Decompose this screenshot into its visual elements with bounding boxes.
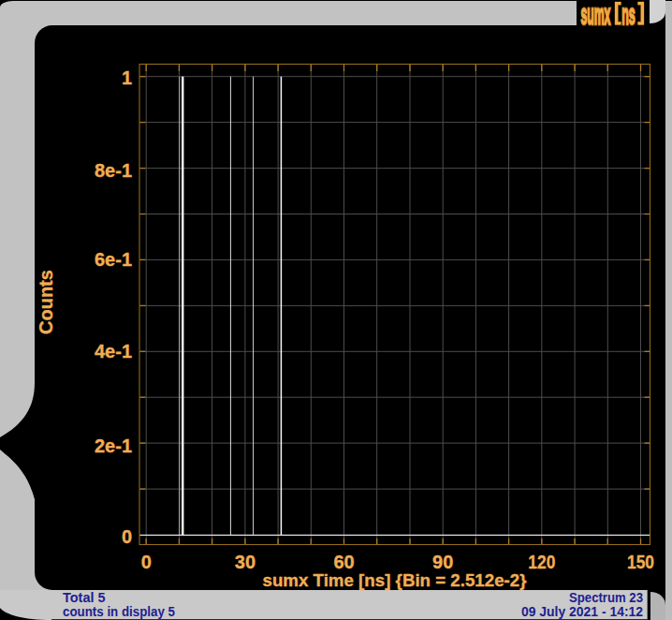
svg-text:Counts: Counts	[36, 270, 56, 334]
svg-text:sumx: sumx	[581, 0, 611, 30]
svg-text:90: 90	[432, 552, 453, 572]
svg-text:09 July 2021 - 14:12: 09 July 2021 - 14:12	[521, 604, 643, 619]
svg-text:sumx Time [ns] {Bin = 2.512e-2: sumx Time [ns] {Bin = 2.512e-2}	[263, 570, 527, 590]
svg-text:150: 150	[627, 552, 654, 572]
svg-text:0: 0	[141, 552, 152, 572]
svg-text:4e-1: 4e-1	[95, 341, 132, 362]
svg-text:60: 60	[333, 552, 354, 572]
svg-text:2e-1: 2e-1	[95, 435, 132, 456]
svg-text:counts in display 5: counts in display 5	[63, 604, 175, 619]
svg-text:6e-1: 6e-1	[95, 249, 132, 270]
svg-text:ns: ns	[621, 0, 635, 30]
svg-text:120: 120	[528, 552, 555, 572]
svg-text:1: 1	[122, 67, 132, 88]
svg-text:0: 0	[122, 526, 132, 547]
svg-text:30: 30	[235, 552, 256, 572]
svg-text:8e-1: 8e-1	[95, 160, 132, 181]
